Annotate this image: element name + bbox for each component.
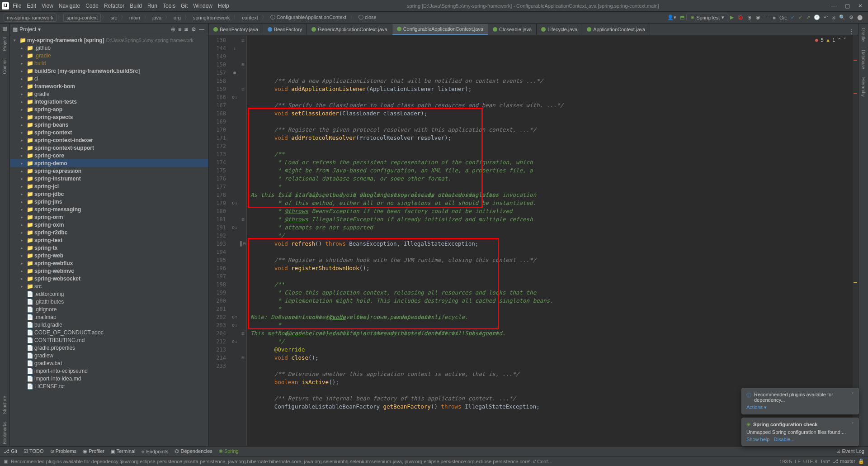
breadcrumb-item[interactable]: java (150, 14, 164, 21)
git-push-icon[interactable]: ↗ (806, 14, 810, 20)
tree-row[interactable]: 📄gradlew (10, 352, 208, 359)
left-tool-icon[interactable]: ▦ (2, 25, 7, 32)
tool-endpoints[interactable]: ⎆ Endpoints (142, 449, 168, 454)
target-icon[interactable]: ⊕ (171, 26, 175, 33)
tree-row[interactable]: ▸📁spring-aspects (10, 113, 208, 121)
tree-row[interactable]: ▸📁spring-oxm (10, 221, 208, 228)
debug-icon[interactable]: 🐞 (737, 14, 744, 20)
menu-git[interactable]: Git (181, 3, 188, 9)
tree-row[interactable]: ▸📁spring-context-indexer (10, 136, 208, 144)
settings-icon[interactable]: ⚙ (849, 14, 854, 20)
tree-row[interactable]: ▸📁spring-jcl (10, 182, 208, 190)
breadcrumb-item[interactable]: ⓘ ConfigurableApplicationContext (268, 13, 349, 22)
inspection-widget[interactable]: ●5 ▲1 ^˅ (815, 36, 846, 44)
tree-row[interactable]: ▸📁.gradle (10, 52, 208, 59)
minimize-icon[interactable]: — (831, 3, 837, 9)
tool-structure[interactable]: Structure (2, 394, 7, 416)
chevron-down-icon[interactable]: ˅ (851, 392, 854, 398)
run-icon[interactable]: ▶ (730, 14, 734, 20)
tree-row[interactable]: 📄CODE_OF_CONDUCT.adoc (10, 328, 208, 336)
error-stripe[interactable] (853, 35, 858, 446)
tree-row[interactable]: ▸📁spring-instrument (10, 175, 208, 182)
menu-refactor[interactable]: Refactor (104, 3, 124, 9)
expand-icon[interactable]: ≡ (178, 26, 181, 33)
collapse-icon[interactable]: ≢ (184, 26, 189, 33)
menu-view[interactable]: View (42, 3, 53, 9)
coverage-icon[interactable]: ⛨ (747, 15, 752, 20)
editor-tab[interactable]: ConfigurableApplicationContext.java (392, 24, 488, 35)
tree-row[interactable]: ▸📁spring-webmvc (10, 267, 208, 275)
tree-row[interactable]: ▸📁spring-expression (10, 167, 208, 175)
tree-row[interactable]: ▸📁spring-core (10, 152, 208, 159)
event-log[interactable]: ⊡ Event Log (836, 448, 864, 454)
menu-navigate[interactable]: Navigate (59, 3, 80, 9)
tool-problems[interactable]: ⊘ Problems (50, 448, 77, 454)
tree-row[interactable]: 📄gradle.properties (10, 344, 208, 352)
tree-row[interactable]: ▸📁src (10, 282, 208, 290)
tool-project[interactable]: Project (2, 35, 7, 53)
tool-spring[interactable]: ❀ Spring (219, 448, 239, 454)
git-history-icon[interactable]: 🕐 (814, 14, 820, 20)
tree-row[interactable]: 📄import-into-idea.md (10, 375, 208, 382)
tree-row[interactable]: ▸📁build (10, 59, 208, 67)
tree-row[interactable]: 📄import-into-eclipse.md (10, 367, 208, 375)
tool-git[interactable]: ⎇ Git (4, 448, 17, 454)
editor-tab[interactable]: BeanFactory.java (209, 24, 263, 35)
git-commit-icon[interactable]: ✓ (798, 14, 802, 20)
run-config-selector[interactable]: ⊕ SpringTest ▾ (686, 14, 728, 21)
tree-row[interactable]: ▸📁spring-jdbc (10, 190, 208, 198)
editor-tab[interactable]: Closeable.java (488, 24, 537, 35)
tree-row[interactable]: ▸📁spring-jms (10, 198, 208, 205)
status-icon[interactable]: ▣ (4, 458, 8, 464)
breadcrumb-item[interactable]: context (239, 14, 260, 21)
tree-row[interactable]: 📄gradlew.bat (10, 359, 208, 367)
menu-build[interactable]: Build (130, 3, 142, 9)
tree-row[interactable]: 📄.mailmap (10, 313, 208, 321)
indent[interactable]: Tab* (820, 459, 830, 464)
tree-row[interactable]: ▸📁framework-bom (10, 82, 208, 90)
tree-row[interactable]: ▸📁spring-websocket (10, 275, 208, 282)
code-editor[interactable]: ●5 ▲1 ^˅ /** Add a new ApplicationListen… (247, 35, 853, 446)
breadcrumb-item[interactable]: spring-context (63, 14, 101, 22)
tree-row[interactable]: ▸📁spring-messaging (10, 205, 208, 213)
editor-tab[interactable]: GenericApplicationContext.java (307, 24, 392, 35)
user-icon[interactable]: 👤▾ (667, 14, 676, 20)
editor-tab[interactable]: ApplicationContext.java (582, 24, 650, 35)
build-icon[interactable]: ⬒ (680, 14, 684, 20)
git-update-icon[interactable]: ✓ (791, 14, 795, 20)
tree-row[interactable]: ▸📁gradle (10, 90, 208, 98)
tree-row[interactable]: ▸📁spring-demo (10, 159, 208, 167)
profile-icon[interactable]: ◉ (756, 14, 760, 20)
lock-icon[interactable]: 🔒 (858, 458, 864, 464)
line-sep[interactable]: LF (795, 459, 801, 464)
tool-hierarchy[interactable]: Hierarchy (861, 76, 866, 99)
tool-profiler[interactable]: ◉ Profiler (83, 448, 104, 454)
tree-row[interactable]: ▸📁.github (10, 44, 208, 52)
search-icon[interactable]: 🔍 (839, 14, 845, 20)
tool-commit[interactable]: Commit (2, 57, 7, 76)
chevron-down-icon[interactable]: ▾ (38, 26, 41, 33)
tree-row[interactable]: 📄build.gradle (10, 321, 208, 328)
menu-run[interactable]: Run (147, 3, 157, 9)
breadcrumb-item[interactable]: my-spring-framework (4, 14, 57, 22)
breadcrumb-item[interactable]: ⓘ close (356, 13, 379, 22)
git-branch[interactable]: ⎇ master (833, 458, 855, 464)
menu-edit[interactable]: Edit (27, 3, 36, 9)
tree-row[interactable]: ▸📁spring-webflux (10, 259, 208, 267)
menu-file[interactable]: File (13, 3, 21, 9)
tool-terminal[interactable]: ▣ Terminal (111, 448, 135, 454)
tool-bookmarks[interactable]: Bookmarks (2, 420, 7, 446)
hide-icon[interactable]: — (199, 26, 204, 33)
editor-tab[interactable]: BeanFactory (263, 24, 307, 35)
next-icon[interactable]: ˅ (844, 36, 846, 44)
close-icon[interactable]: ✕ (858, 3, 863, 9)
encoding[interactable]: UTF-8 (803, 459, 817, 464)
tree-row[interactable]: ▸📁spring-orm (10, 213, 208, 221)
menu-window[interactable]: Window (193, 3, 212, 9)
notification-link-help[interactable]: Show help (746, 437, 769, 442)
avatar-icon[interactable]: ⬤ (857, 14, 863, 20)
tree-row[interactable]: ▸📁spring-web (10, 252, 208, 259)
notification-link-disable[interactable]: Disable... (774, 437, 795, 442)
tool-database[interactable]: Database (861, 48, 866, 71)
tabs-more-icon[interactable]: ⋮ (845, 29, 858, 35)
